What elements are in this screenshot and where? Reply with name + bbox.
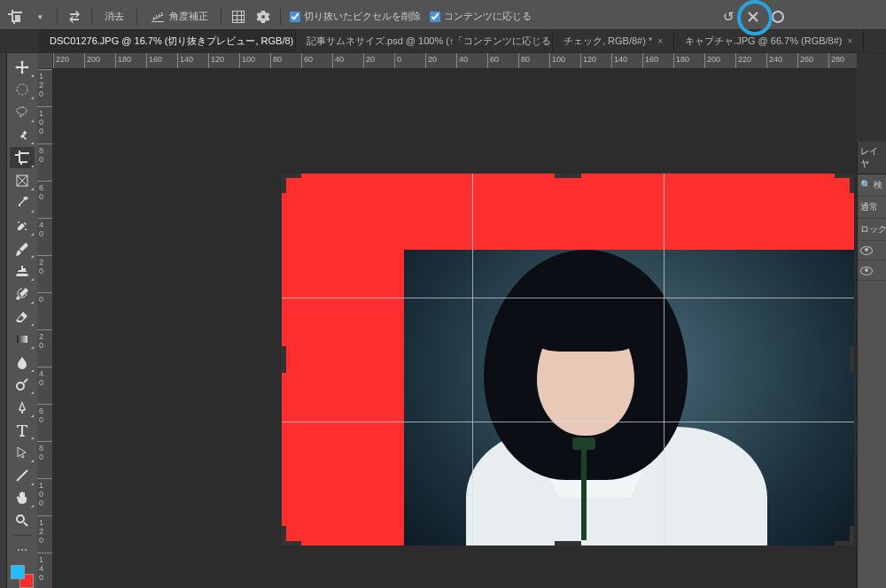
type-tool[interactable]	[10, 420, 35, 441]
svg-point-0	[773, 12, 783, 22]
crop-handle-bl[interactable]	[282, 526, 286, 545]
pen-tool[interactable]	[10, 397, 35, 418]
ruler-tick: 180	[673, 53, 674, 69]
lock-row: ロック	[858, 219, 886, 241]
eyedropper-tool[interactable]	[10, 193, 35, 214]
visibility-icon[interactable]	[860, 267, 873, 275]
quick-selection-tool[interactable]	[10, 125, 35, 146]
svg-point-3	[18, 221, 19, 223]
visibility-icon[interactable]	[860, 246, 873, 255]
content-aware-checkbox[interactable]: コンテンツに応じる	[430, 10, 532, 23]
move-tool[interactable]	[10, 57, 35, 78]
ruler-tick: 120	[37, 515, 53, 516]
close-icon[interactable]: ×	[657, 36, 663, 46]
frame-tool[interactable]	[10, 170, 35, 191]
history-brush-tool[interactable]	[10, 283, 35, 305]
layer-search[interactable]: 🔍 検	[858, 174, 886, 197]
canvas[interactable]	[53, 69, 857, 588]
ruler-origin[interactable]	[37, 53, 53, 69]
svg-point-1	[17, 84, 27, 95]
delete-cropped-checkbox[interactable]: 切り抜いたピクセルを削除	[290, 10, 421, 23]
ruler-tick: 20	[363, 53, 364, 69]
cancel-crop-icon[interactable]	[745, 9, 761, 25]
layer-row[interactable]	[858, 241, 886, 260]
marquee-tool[interactable]	[10, 80, 35, 101]
eraser-tool[interactable]	[10, 306, 35, 328]
ruler-tick: 140	[177, 53, 178, 69]
ruler-tick: 100	[37, 478, 53, 479]
crop-handle-right[interactable]	[850, 346, 854, 373]
delete-cropped-label: 切り抜いたピクセルを削除	[304, 10, 421, 23]
path-selection-tool[interactable]	[10, 442, 35, 463]
layer-row[interactable]	[858, 260, 886, 280]
straighten-icon	[150, 9, 166, 25]
blur-tool[interactable]	[10, 352, 35, 373]
crop-box[interactable]	[282, 174, 854, 545]
ruler-tick: 40	[456, 53, 457, 69]
crop-tool[interactable]	[10, 147, 35, 168]
svg-rect-5	[17, 336, 27, 343]
crop-handle-left[interactable]	[282, 346, 286, 373]
ruler-tick: 60	[487, 53, 488, 69]
crop-handle-tr[interactable]	[850, 174, 854, 193]
reset-crop-icon[interactable]: ↺	[720, 9, 736, 25]
content-aware-label: コンテンツに応じる	[444, 10, 532, 23]
color-swatches[interactable]	[11, 565, 34, 588]
svg-point-6	[17, 383, 24, 390]
ruler-tick: 220	[53, 53, 54, 69]
crop-grid-line	[282, 298, 854, 298]
ruler-tick: 60	[301, 53, 302, 69]
ruler-tick: 20	[37, 255, 53, 256]
ruler-tick: 80	[518, 53, 519, 69]
healing-brush-tool[interactable]	[10, 215, 35, 236]
crop-tool-indicator-icon[interactable]	[7, 9, 23, 25]
ruler-tick: 120	[208, 53, 209, 69]
ruler-tick: 20	[37, 329, 53, 330]
tab-label: キャプチャ.JPG @ 66.7% (RGB/8#)	[685, 35, 842, 48]
lasso-tool[interactable]	[10, 102, 35, 123]
ruler-tick: 80	[37, 143, 53, 144]
close-icon[interactable]: ×	[848, 36, 853, 46]
foreground-color-swatch[interactable]	[11, 565, 25, 579]
crop-handle-br[interactable]	[850, 526, 854, 545]
brush-tool[interactable]	[10, 238, 35, 259]
line-tool[interactable]	[10, 465, 35, 486]
document-tab[interactable]: チェック, RGB/8#) * ×	[553, 30, 674, 52]
tools-panel: ⋯	[7, 53, 37, 588]
edit-toolbar-icon[interactable]: ⋯	[10, 539, 35, 561]
straighten-label: 角度補正	[169, 10, 208, 23]
zoom-tool[interactable]	[10, 510, 35, 531]
gradient-tool[interactable]	[10, 329, 35, 350]
hand-tool[interactable]	[10, 488, 35, 509]
ruler-tick: 180	[115, 53, 116, 69]
ruler-tick: 0	[394, 53, 395, 69]
crop-grid-line	[664, 174, 664, 545]
layers-tab[interactable]: レイヤ	[858, 142, 886, 174]
overlay-grid-icon[interactable]	[230, 9, 246, 25]
vertical-ruler[interactable]: 12010080604020020406080100120140	[37, 69, 53, 588]
document-tab[interactable]: キャプチャ.JPG @ 66.7% (RGB/8#) ×	[674, 30, 864, 52]
ruler-tick: 80	[270, 53, 271, 69]
commit-crop-icon[interactable]	[770, 9, 786, 25]
crop-handle-top[interactable]	[555, 174, 581, 178]
ruler-tick: 220	[735, 53, 736, 69]
clear-button[interactable]: 消去	[101, 8, 128, 25]
layers-panel-collapsed[interactable]: レイヤ 🔍 検 通常 ロック	[857, 142, 886, 588]
straighten-button[interactable]: 角度補正	[146, 7, 212, 27]
document-tab[interactable]: 記事サムネサイズ.psd @ 100% (↑「コンテンツに応じる」に	[296, 30, 553, 52]
svg-point-7	[17, 515, 24, 522]
blend-mode-select[interactable]: 通常	[858, 197, 886, 219]
crop-settings-gear-icon[interactable]	[255, 9, 271, 25]
ruler-tick: 60	[37, 404, 53, 405]
crop-handle-tl[interactable]	[282, 174, 286, 193]
document-tab[interactable]: DSC01276.JPG @ 16.7% (切り抜きプレビュー, RGB/8) …	[39, 30, 296, 52]
ruler-tick: 0	[37, 292, 53, 293]
ratio-dropdown-icon[interactable]: ▾	[32, 9, 48, 25]
swap-icon[interactable]	[66, 9, 82, 25]
dodge-tool[interactable]	[10, 375, 35, 396]
collapsed-panel-strip[interactable]	[0, 53, 7, 588]
clone-stamp-tool[interactable]	[10, 260, 35, 282]
horizontal-ruler[interactable]: 2202001801601401201008060402002040608010…	[37, 53, 857, 69]
crop-handle-bottom[interactable]	[555, 541, 581, 545]
ruler-tick: 80	[37, 441, 53, 442]
